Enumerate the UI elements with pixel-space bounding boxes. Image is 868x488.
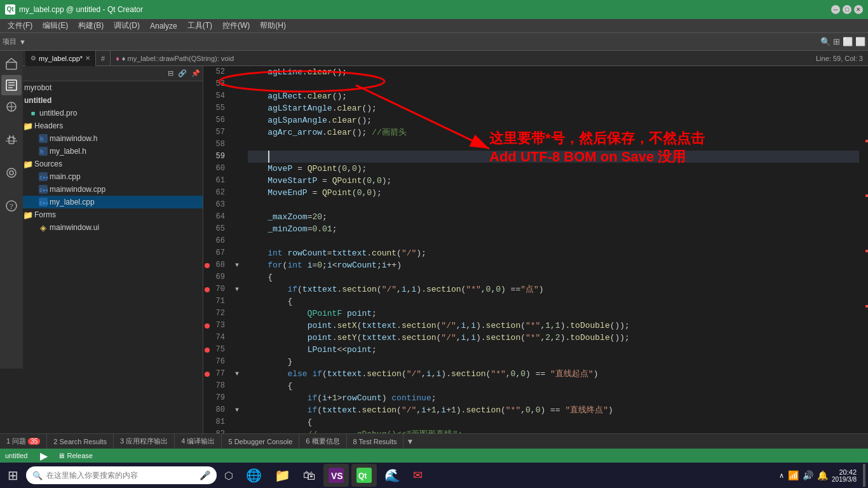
toolbar-project-btn[interactable] (1, 163, 22, 183)
sidebar-item-headers[interactable]: ▼ 📁 Headers (0, 119, 203, 132)
taskbar-edge-btn[interactable]: 🌊 (379, 464, 405, 487)
btab-compile-label: 4 编译输出 (181, 437, 215, 446)
ln-63: 63 (203, 199, 230, 211)
menu-item-b[interactable]: 构建(B) (73, 19, 109, 32)
sidebar-item-mainwindow-h[interactable]: h mainwindow.h (0, 132, 203, 145)
btab-test[interactable]: 8 Test Results (347, 434, 404, 449)
clock-time: 20:42 (832, 468, 857, 476)
sidebar-toolbar: 项目 ⊟ 🔗 📌 (0, 66, 203, 81)
toolbar-help-btn[interactable]: ? (1, 196, 22, 216)
ln-81: 81 (203, 416, 230, 428)
code-area[interactable]: agLLine.clear(); agLRect.clear(); agLSta… (245, 66, 859, 433)
taskbar-chat-btn[interactable]: ✉ (408, 464, 428, 487)
btab-search[interactable]: 2 Search Results (47, 434, 114, 449)
code-line-76: } (248, 356, 859, 368)
mic-icon[interactable]: 🎤 (200, 470, 210, 480)
code-line-56: agLSpanAngle.clear(); (248, 114, 859, 126)
volume-icon[interactable]: 🔊 (803, 470, 813, 480)
taskbar-explorer-btn[interactable]: 📁 (269, 464, 295, 487)
cpp-file-icon: c++ (38, 197, 48, 207)
fold-sp (235, 78, 245, 90)
fold-sp3 (235, 102, 245, 114)
toolbar-edit-btn[interactable] (1, 75, 22, 95)
toolbar-box2-icon: ⬜ (855, 37, 865, 46)
sidebar-item-my-label-h[interactable]: h my_label.h (0, 145, 203, 158)
taskbar-store-btn[interactable]: 🛍 (298, 464, 321, 487)
show-desktop-btn[interactable] (863, 464, 865, 487)
code-line-64: _maxZoom=20; (248, 211, 859, 223)
sidebar-item-my-label-cpp[interactable]: c++ my_label.cpp (0, 196, 203, 208)
fold-arrow-80[interactable]: ▼ (235, 404, 245, 416)
notification-icon[interactable]: 🔔 (817, 470, 828, 480)
sidebar-item-mainwindow-ui[interactable]: ◈ mainwindow.ui (0, 221, 203, 234)
fold-sp12 (235, 211, 245, 223)
gutter-error-3 (865, 250, 868, 252)
taskbar-qt-btn[interactable]: Qt (351, 464, 377, 487)
start-button[interactable]: ⊞ (3, 464, 24, 487)
sidebar-item-untitled[interactable]: ▼ 📁 untitled (0, 94, 203, 107)
pin-icon[interactable]: 📌 (191, 69, 200, 77)
toolbar-box1-icon: ⬜ (843, 37, 853, 46)
sidebar-item-sources[interactable]: ▼ 📁 Sources (0, 158, 203, 170)
taskbar-vs-btn[interactable]: VS (323, 464, 349, 487)
code-line-80: if(txttext.section("/",i+1,i+1).section(… (248, 404, 859, 416)
project-dropdown[interactable]: ▼ (19, 38, 26, 46)
svg-point-24 (7, 168, 16, 177)
btab-debugger[interactable]: 5 Debugger Console (222, 434, 299, 449)
menu-item-d[interactable]: 调试(D) (109, 19, 145, 32)
taskbar-right: ∧ 📶 🔊 🔔 20:42 2019/3/8 (779, 464, 865, 487)
fold-arrow-70[interactable]: ▼ (235, 283, 245, 295)
code-line-78: { (248, 380, 859, 392)
menu-item-t[interactable]: 工具(T) (182, 19, 217, 32)
fold-arrow-68[interactable]: ▼ (235, 259, 245, 271)
ln-82: 82 (203, 428, 230, 433)
tab-breadcrumb: ♦ ♦ my_label::drawPath(QString): void (111, 55, 816, 62)
sidebar-item-myrobot[interactable]: ▶ 📁 myrobot (0, 81, 203, 94)
toolbar-debug-btn[interactable] (1, 130, 22, 150)
close-button[interactable]: ✕ (854, 5, 863, 14)
filter-icon[interactable]: ⊟ (168, 69, 173, 77)
btab-compile[interactable]: 4 编译输出 (175, 434, 222, 449)
menu-item-h[interactable]: 帮助(H) (255, 19, 291, 32)
toolbar-welcome-btn[interactable] (1, 53, 22, 74)
app-icon: Qt (5, 4, 15, 15)
tab-close-button[interactable]: ✕ (85, 55, 90, 62)
code-line-62: MoveEndP = QPoint(0,0); (248, 187, 859, 199)
btab-overview[interactable]: 6 概要信息 (299, 434, 346, 449)
bottom-tabs-arrow[interactable]: ▼ (403, 434, 416, 449)
fold-arrow-77[interactable]: ▼ (235, 368, 245, 380)
fold-sp7 (235, 151, 245, 163)
sidebar-item-main-cpp[interactable]: c++ main.cpp (0, 170, 203, 183)
menu-item-f[interactable]: 文件(F) (3, 19, 37, 32)
fold-sp8 (235, 163, 245, 175)
ln-71: 71 (203, 295, 230, 308)
task-view-btn[interactable]: ⬡ (219, 464, 238, 487)
ln-69: 69 (203, 271, 230, 283)
clock-display[interactable]: 20:42 2019/3/8 (832, 468, 857, 483)
menu-item-w[interactable]: 控件(W) (217, 19, 255, 32)
ln-73: 73 (203, 320, 230, 332)
sidebar-item-untitled-pro[interactable]: ■ untitled.pro (0, 107, 203, 119)
menu-item-analyze[interactable]: Analyze (145, 20, 182, 32)
spacer (28, 146, 38, 156)
btab-problems[interactable]: 1 问题 35 (0, 434, 47, 449)
btab-appout[interactable]: 3 应用程序输出 (114, 434, 175, 449)
sidebar-item-forms[interactable]: ▼ 📁 Forms (0, 208, 203, 221)
menu-item-e[interactable]: 编辑(E) (37, 19, 73, 32)
ln-68: 68 (203, 259, 230, 271)
network-icon[interactable]: 📶 (788, 470, 799, 480)
taskbar-search-input[interactable] (46, 471, 196, 480)
svg-text:c++: c++ (39, 175, 48, 180)
minimize-button[interactable]: ─ (831, 5, 840, 14)
tab-my-label-cpp[interactable]: ⚙ my_label.cpp* ✕ (25, 51, 96, 66)
tab-hash[interactable]: # (96, 51, 111, 66)
taskbar-ie-btn[interactable]: 🌐 (241, 464, 267, 487)
link-icon[interactable]: 🔗 (178, 69, 187, 77)
status-build-icon[interactable]: ▶ (40, 450, 48, 462)
systray-chevron[interactable]: ∧ (779, 471, 784, 480)
code-line-53 (248, 78, 859, 90)
toolbar-design-btn[interactable] (1, 97, 22, 117)
sidebar-item-mainwindow-cpp[interactable]: c++ mainwindow.cpp (0, 183, 203, 196)
maximize-button[interactable]: □ (843, 5, 851, 14)
win-controls: ─ □ ✕ (831, 5, 863, 14)
